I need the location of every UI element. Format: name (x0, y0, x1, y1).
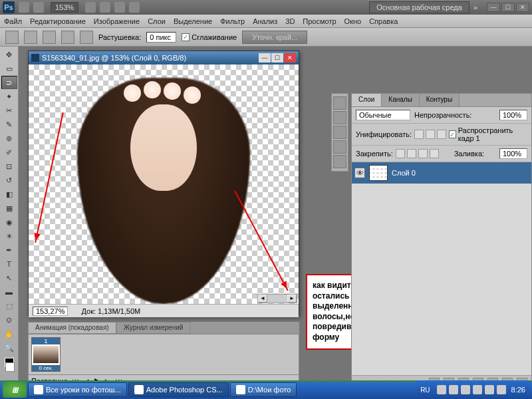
menu-help[interactable]: Справка (369, 17, 398, 25)
tab-animation[interactable]: Анимация (покадровая) (28, 322, 116, 334)
zoom-icon[interactable] (100, 2, 110, 13)
refine-edge-button[interactable]: Уточн. край... (242, 31, 307, 44)
lock-all-icon[interactable] (430, 149, 439, 158)
tab-paths[interactable]: Контуры (420, 94, 460, 106)
tray-icon[interactable] (485, 385, 494, 394)
maximize-button[interactable]: ☐ (501, 3, 515, 12)
selection-add-icon[interactable] (43, 31, 56, 44)
tray-icon[interactable] (437, 385, 446, 394)
lock-pixels-icon[interactable] (407, 149, 416, 158)
tab-channels[interactable]: Каналы (382, 94, 420, 106)
hand-tool[interactable]: ✋ (1, 327, 17, 340)
antialias-checkbox[interactable]: ✓ Сглаживание (182, 33, 237, 41)
visibility-icon[interactable]: 👁 (354, 168, 365, 178)
menu-select[interactable]: Выделение (174, 17, 212, 25)
fill-input[interactable]: 100% (499, 148, 527, 159)
hand-icon[interactable] (85, 2, 96, 13)
layer-row[interactable]: 👁 Слой 0 (352, 162, 531, 184)
workspace-more-icon[interactable]: » (473, 3, 477, 11)
selection-new-icon[interactable] (24, 31, 37, 44)
horizontal-scrollbar[interactable]: ◄ ► (257, 294, 297, 303)
menu-image[interactable]: Изображение (94, 17, 140, 25)
document-titlebar[interactable]: S1563340_91.jpg @ 153% (Слой 0, RGB/8) —… (29, 51, 299, 65)
tray-icon[interactable] (461, 385, 470, 394)
3d-camera-tool[interactable]: ⊙ (1, 313, 17, 327)
collapsed-panel-icon[interactable] (333, 155, 346, 168)
eraser-tool[interactable]: ◧ (1, 188, 17, 201)
menu-file[interactable]: Файл (4, 17, 22, 25)
dodge-tool[interactable]: ☀ (1, 229, 17, 243)
tool-preset-icon[interactable] (5, 31, 19, 44)
animation-frame[interactable]: 1 0 сек. (31, 337, 61, 372)
arrange-icon[interactable] (129, 2, 140, 13)
wand-tool[interactable]: ✦ (1, 90, 17, 103)
tray-icon[interactable] (449, 385, 458, 394)
brush-tool[interactable]: ✐ (1, 146, 17, 159)
blur-tool[interactable]: ◉ (1, 215, 17, 229)
eyedropper-tool[interactable]: ✎ (1, 118, 17, 131)
doc-minimize-button[interactable]: — (259, 53, 271, 63)
clock[interactable]: 8:26 (511, 386, 525, 394)
scroll-right-icon[interactable]: ► (287, 295, 297, 303)
unify-visibility-icon[interactable] (426, 130, 435, 139)
menu-3d[interactable]: 3D (285, 17, 295, 25)
start-button[interactable]: ⊞ (3, 382, 27, 398)
history-brush-tool[interactable]: ↺ (1, 174, 17, 187)
selection-subtract-icon[interactable] (61, 31, 74, 44)
feather-input[interactable]: 0 пикс (146, 32, 176, 43)
taskbar-item[interactable]: D:\Мои фото (230, 382, 297, 397)
layer-thumbnail[interactable] (369, 165, 388, 181)
doc-close-button[interactable]: ✕ (284, 53, 296, 63)
opacity-input[interactable]: 100% (499, 110, 527, 120)
tray-icon[interactable] (497, 385, 506, 394)
unify-position-icon[interactable] (414, 130, 424, 139)
zoom-display[interactable]: 153% (51, 2, 78, 13)
document-canvas[interactable] (29, 65, 299, 304)
menu-layers[interactable]: Слои (148, 17, 166, 25)
rotate-icon[interactable] (114, 2, 125, 13)
marquee-tool[interactable]: ▭ (1, 62, 17, 75)
menu-filter[interactable]: Фильтр (220, 17, 245, 25)
menu-window[interactable]: Окно (344, 17, 362, 25)
scroll-left-icon[interactable]: ◄ (258, 295, 267, 303)
pen-tool[interactable]: ✒ (1, 243, 17, 257)
language-indicator[interactable]: RU (420, 386, 430, 394)
spread-frame-checkbox[interactable]: ✓Распространить кадр 1 (449, 126, 527, 142)
unify-style-icon[interactable] (437, 130, 446, 139)
tab-layers[interactable]: Слои (352, 94, 382, 106)
heal-tool[interactable]: ⊛ (1, 132, 17, 145)
3d-tool[interactable]: ⬚ (1, 299, 17, 313)
menu-analysis[interactable]: Анализ (253, 17, 277, 25)
collapsed-panel-icon[interactable] (333, 140, 346, 154)
shape-tool[interactable]: ▬ (1, 285, 17, 299)
tab-measurements[interactable]: Журнал измерений (116, 322, 191, 334)
viewmode-icon[interactable] (33, 2, 44, 13)
gradient-tool[interactable]: ▦ (1, 201, 17, 215)
taskbar-item[interactable]: Adobe Photoshop CS... (128, 382, 229, 397)
taskbar-item[interactable]: Все уроки по фотош... (28, 382, 127, 397)
doc-maximize-button[interactable]: ☐ (271, 53, 283, 63)
layer-name[interactable]: Слой 0 (392, 169, 416, 177)
path-tool[interactable]: ↖ (1, 271, 17, 285)
workspace-selector[interactable]: Основная рабочая среда (369, 1, 469, 13)
close-button[interactable]: ✕ (516, 3, 529, 12)
lock-position-icon[interactable] (418, 149, 428, 158)
menu-edit[interactable]: Редактирование (30, 17, 86, 25)
collapsed-panel-icon[interactable] (333, 126, 346, 139)
doc-zoom-field[interactable]: 153,27% (33, 307, 68, 316)
stamp-tool[interactable]: ⊡ (1, 160, 17, 173)
zoom-tool[interactable]: 🔍 (1, 341, 17, 354)
tray-icon[interactable] (473, 385, 482, 394)
collapsed-panel-icon[interactable] (333, 111, 346, 124)
blend-mode-select[interactable]: Обычные (356, 110, 410, 120)
bridge-icon[interactable] (19, 2, 29, 13)
move-tool[interactable]: ✥ (1, 48, 17, 61)
crop-tool[interactable]: ✂ (1, 104, 17, 117)
type-tool[interactable]: T (1, 257, 17, 271)
collapsed-panel-icon[interactable] (333, 96, 346, 110)
lasso-tool[interactable]: ⊃ (1, 76, 17, 89)
frame-duration[interactable]: 0 сек. (32, 365, 60, 371)
minimize-button[interactable]: — (487, 3, 500, 12)
background-color[interactable] (5, 362, 15, 372)
lock-transparency-icon[interactable] (396, 149, 405, 158)
